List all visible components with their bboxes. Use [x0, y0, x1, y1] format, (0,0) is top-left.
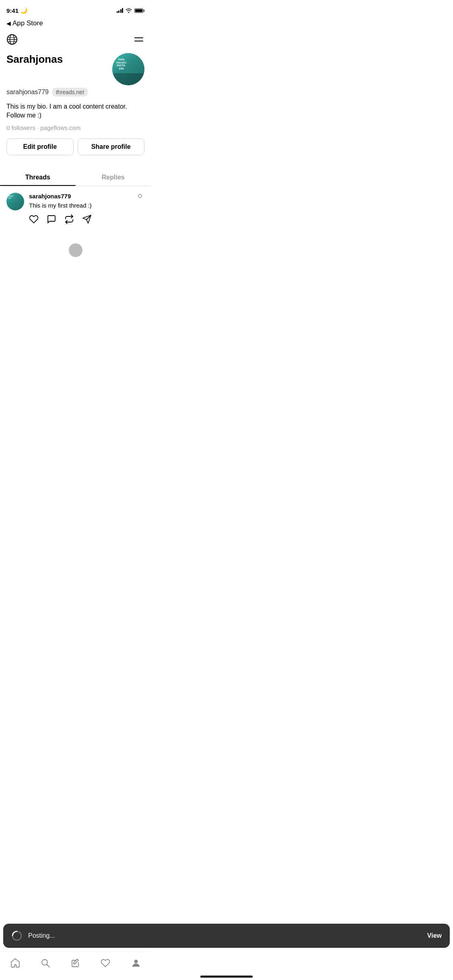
profile-bio: This is my bio. I am a cool content crea…: [6, 102, 144, 120]
thread-avatar: INSTADRI: [6, 193, 24, 210]
menu-icon[interactable]: [133, 34, 144, 47]
thread-text: This is my first thread :): [29, 201, 144, 210]
tab-replies[interactable]: Replies: [76, 168, 151, 186]
back-arrow-icon: ◀: [6, 20, 11, 27]
avatar: SallyHansenINSTA-DRI: [112, 53, 144, 85]
loading-area: [0, 227, 151, 273]
profile-top: Sarahjonas SallyHansenINSTA-DRI: [6, 53, 144, 85]
comment-icon[interactable]: [47, 214, 56, 224]
back-nav[interactable]: ◀ App Store: [0, 18, 151, 31]
share-profile-button[interactable]: Share profile: [78, 138, 145, 155]
tabs: Threads Replies: [0, 168, 151, 186]
profile-meta: 0 followers · pageflows.com: [6, 124, 144, 131]
thread-username: sarahjonas779: [29, 193, 71, 200]
back-label: App Store: [12, 19, 43, 27]
profile-section: Sarahjonas SallyHansenINSTA-DRI sarahjon…: [0, 51, 151, 162]
profile-handle: sarahjonas779: [6, 89, 49, 96]
loading-spinner: [69, 243, 82, 257]
profile-name-block: Sarahjonas: [6, 53, 63, 66]
profile-handle-row: sarahjonas779 threads.net: [6, 88, 144, 97]
status-bar: 9:41 🌙: [0, 0, 151, 18]
thread-more-icon[interactable]: [136, 193, 144, 199]
repost-icon[interactable]: [64, 214, 74, 224]
avatar-brand-label: SallyHansenINSTA-DRI: [116, 58, 126, 70]
share-icon[interactable]: [82, 214, 92, 224]
profile-buttons: Edit profile Share profile: [6, 138, 144, 155]
battery-icon: [134, 8, 144, 13]
status-time: 9:41 🌙: [6, 7, 28, 14]
wifi-icon: [126, 8, 132, 13]
threads-net-badge: threads.net: [52, 88, 88, 97]
globe-icon[interactable]: [6, 34, 18, 47]
profile-name: Sarahjonas: [6, 53, 63, 66]
header-toolbar: [0, 31, 151, 51]
moon-icon: 🌙: [20, 7, 28, 14]
like-icon[interactable]: [29, 214, 39, 224]
time-label: 9:41: [6, 7, 19, 14]
tab-threads[interactable]: Threads: [0, 168, 76, 186]
thread-content: sarahjonas779 This is my first thread :): [29, 193, 144, 224]
thread-actions: [29, 214, 144, 224]
thread-header: sarahjonas779: [29, 193, 144, 200]
thread-item: INSTADRI sarahjonas779 This is my first …: [0, 186, 151, 227]
edit-profile-button[interactable]: Edit profile: [6, 138, 74, 155]
status-icons: [117, 8, 145, 13]
signal-icon: [117, 8, 124, 13]
